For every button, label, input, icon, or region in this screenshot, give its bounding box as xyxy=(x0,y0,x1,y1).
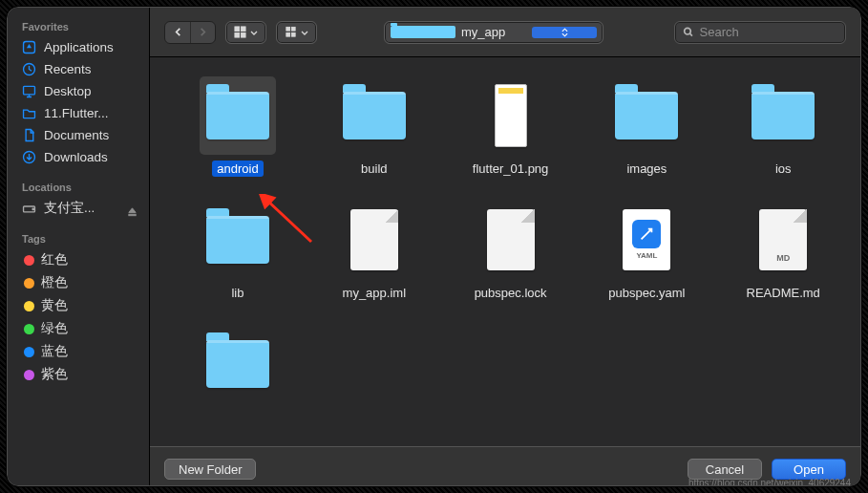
file-item[interactable]: flutter_01.png xyxy=(444,76,578,201)
toolbar: my_app xyxy=(150,8,860,57)
chevron-down-icon xyxy=(250,24,258,41)
drive-icon xyxy=(21,201,37,217)
file-item[interactable]: MDREADME.md xyxy=(716,201,850,325)
main-content: my_app androidbuildflutter_01.pngimagesi… xyxy=(150,8,860,486)
svg-point-5 xyxy=(32,208,33,209)
file-name: my_app.iml xyxy=(338,285,411,301)
path-popup[interactable]: my_app xyxy=(384,21,603,44)
sidebar-tag-orange[interactable]: 橙色 xyxy=(16,271,142,294)
sidebar-tag-green[interactable]: 绿色 xyxy=(16,317,142,340)
file-name: flutter_01.png xyxy=(468,161,554,177)
popup-arrows-icon xyxy=(532,27,597,38)
sidebar-item-flutter[interactable]: 11.Flutter... xyxy=(16,102,142,124)
sidebar-item-label: 绿色 xyxy=(41,320,68,337)
tag-dot-icon xyxy=(24,324,34,334)
file-item[interactable]: lib xyxy=(171,201,305,325)
sidebar-item-label: 11.Flutter... xyxy=(44,106,109,120)
sidebar-item-applications[interactable]: Applications xyxy=(16,36,142,58)
file-item[interactable]: my_app.iml xyxy=(307,201,441,325)
tag-dot-icon xyxy=(24,370,34,380)
svg-rect-6 xyxy=(129,214,136,215)
folder-icon xyxy=(336,76,413,155)
folder-icon xyxy=(391,26,455,38)
search-field[interactable] xyxy=(674,21,846,44)
folder-icon xyxy=(21,105,37,121)
sidebar-tag-blue[interactable]: 蓝色 xyxy=(16,340,142,363)
svg-rect-10 xyxy=(241,32,245,37)
search-input[interactable] xyxy=(700,25,837,39)
file-name: pubspec.yaml xyxy=(603,285,689,301)
sidebar-item-label: Desktop xyxy=(44,84,92,98)
file-item[interactable] xyxy=(171,325,305,446)
sidebar-tag-purple[interactable]: 紫色 xyxy=(16,363,142,386)
sidebar-item-recents[interactable]: Recents xyxy=(16,58,142,80)
file-item[interactable]: images xyxy=(580,76,713,201)
file-name: build xyxy=(356,161,392,177)
sidebar: Favorites Applications Recents Desktop 1… xyxy=(8,8,150,486)
svg-rect-11 xyxy=(286,27,290,31)
group-button[interactable] xyxy=(277,22,316,43)
icon-view-button[interactable] xyxy=(226,22,265,43)
new-folder-button[interactable]: New Folder xyxy=(164,459,256,480)
watermark: https://blog.csdn.net/weixin_40629244 xyxy=(688,478,851,486)
forward-button[interactable] xyxy=(190,22,215,43)
svg-rect-7 xyxy=(235,27,240,32)
file-name: android xyxy=(212,161,263,177)
footer: New Folder Cancel Open https://blog.csdn… xyxy=(150,446,860,486)
file-name: ios xyxy=(771,161,796,177)
file-item[interactable]: build xyxy=(307,76,441,201)
file-grid[interactable]: androidbuildflutter_01.pngimagesioslibmy… xyxy=(150,57,860,446)
sidebar-item-label: 橙色 xyxy=(41,274,68,291)
svg-rect-2 xyxy=(24,86,35,95)
file-item[interactable]: ios xyxy=(716,76,850,201)
desktop-icon xyxy=(21,83,37,99)
group-by[interactable] xyxy=(276,21,317,44)
file-icon: YAML xyxy=(608,201,685,279)
sidebar-item-downloads[interactable]: Downloads xyxy=(16,146,142,168)
view-mode-icon[interactable] xyxy=(225,21,266,44)
sidebar-tag-red[interactable]: 红色 xyxy=(16,248,142,271)
file-item[interactable]: pubspec.lock xyxy=(444,201,578,325)
chevron-down-icon xyxy=(301,24,308,41)
svg-rect-14 xyxy=(291,32,295,36)
file-item[interactable]: android xyxy=(171,76,305,201)
file-item[interactable]: YAMLpubspec.yaml xyxy=(580,201,713,325)
sidebar-item-label: Recents xyxy=(44,62,92,76)
clock-icon xyxy=(21,61,37,77)
sidebar-item-label: 黄色 xyxy=(41,297,68,314)
search-icon xyxy=(683,26,694,38)
svg-rect-12 xyxy=(291,27,295,31)
file-icon xyxy=(336,201,413,279)
svg-point-15 xyxy=(685,28,691,34)
svg-rect-9 xyxy=(235,32,240,37)
sidebar-item-label: 红色 xyxy=(41,251,68,268)
folder-icon xyxy=(608,76,685,155)
file-name: pubspec.lock xyxy=(470,285,552,301)
tag-dot-icon xyxy=(24,278,34,289)
folder-icon xyxy=(200,201,276,279)
svg-rect-13 xyxy=(286,32,290,36)
svg-rect-8 xyxy=(241,27,245,32)
open-button[interactable]: Open xyxy=(772,459,846,480)
sidebar-item-label: 支付宝... xyxy=(44,200,95,217)
sidebar-item-label: Applications xyxy=(44,40,114,54)
sidebar-item-label: Downloads xyxy=(44,150,108,164)
file-name: images xyxy=(622,161,671,177)
cancel-button[interactable]: Cancel xyxy=(688,459,762,480)
sidebar-item-desktop[interactable]: Desktop xyxy=(16,80,142,102)
file-icon xyxy=(473,201,549,279)
file-icon xyxy=(473,76,549,155)
document-icon xyxy=(21,127,37,143)
path-label: my_app xyxy=(461,25,526,39)
sidebar-item-volume[interactable]: 支付宝... xyxy=(16,197,142,220)
back-button[interactable] xyxy=(165,22,190,43)
nav-group xyxy=(164,21,216,44)
sidebar-item-label: 紫色 xyxy=(41,366,68,383)
file-name: lib xyxy=(226,285,248,301)
sidebar-item-label: 蓝色 xyxy=(41,343,68,360)
tag-dot-icon xyxy=(24,347,34,357)
file-name: README.md xyxy=(742,285,825,301)
sidebar-item-documents[interactable]: Documents xyxy=(16,124,142,146)
eject-icon[interactable] xyxy=(127,204,138,214)
sidebar-tag-yellow[interactable]: 黄色 xyxy=(16,294,142,317)
